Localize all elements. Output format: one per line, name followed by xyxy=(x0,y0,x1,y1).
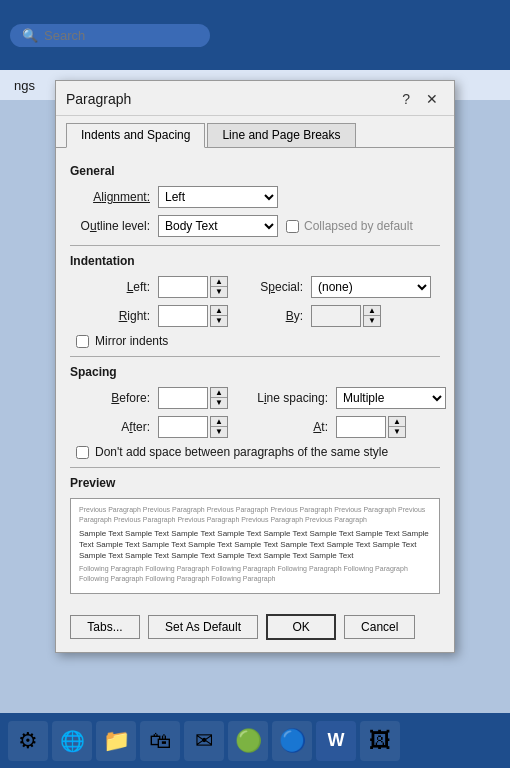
spacing-section-label: Spacing xyxy=(70,365,440,379)
spacing-before-after: Before: 0 pt ▲ ▼ After: 8 xyxy=(70,387,228,445)
after-spinner: 8 pt ▲ ▼ xyxy=(158,416,228,438)
before-up-btn[interactable]: ▲ xyxy=(211,388,227,398)
at-spinner: 1.08 ▲ ▼ xyxy=(336,416,406,438)
right-label: Right: xyxy=(70,309,150,323)
preview-following-paragraph: Following Paragraph Following Paragraph … xyxy=(79,564,431,584)
settings-icon[interactable]: ⚙ xyxy=(8,721,48,761)
dont-add-label: Don't add space between paragraphs of th… xyxy=(95,445,388,459)
dialog-tabs: Indents and Spacing Line and Page Breaks xyxy=(56,116,454,148)
collapsed-label: Collapsed by default xyxy=(304,219,413,233)
right-spinner: 0" ▲ ▼ xyxy=(158,305,228,327)
left-label: Left: xyxy=(70,280,150,294)
line-spacing-row: Line spacing: Single 1.5 lines Double At… xyxy=(248,387,446,409)
before-spinner-btns: ▲ ▼ xyxy=(210,387,228,409)
ok-button[interactable]: OK xyxy=(266,614,336,640)
after-input[interactable]: 8 pt xyxy=(158,416,208,438)
cortana-icon[interactable]: 🔵 xyxy=(272,721,312,761)
right-down-btn[interactable]: ▼ xyxy=(211,316,227,326)
by-input[interactable] xyxy=(311,305,361,327)
before-label: Before: xyxy=(70,391,150,405)
dialog-controls: ? ✕ xyxy=(396,89,444,109)
by-spinner-btns: ▲ ▼ xyxy=(363,305,381,327)
line-spacing-select[interactable]: Single 1.5 lines Double At least Exactly… xyxy=(336,387,446,409)
at-row: At: 1.08 ▲ ▼ xyxy=(248,416,446,438)
chrome-icon[interactable]: 🟢 xyxy=(228,721,268,761)
mirror-checkbox[interactable] xyxy=(76,335,89,348)
indentation-section-label: Indentation xyxy=(70,254,440,268)
set-as-default-button[interactable]: Set As Default xyxy=(148,615,258,639)
indentation-cols: Left: 0" ▲ ▼ Right: 0" xyxy=(70,276,440,334)
word-icon[interactable]: W xyxy=(316,721,356,761)
special-row: Special: (none) First line Hanging xyxy=(248,276,431,298)
mirror-label: Mirror indents xyxy=(95,334,168,348)
outline-level-row: Outline level: Body Text Level 1 Level 2… xyxy=(70,215,440,237)
dialog-titlebar: Paragraph ? ✕ xyxy=(56,81,454,116)
outline-label: Outline level: xyxy=(70,219,150,233)
collapsed-checkbox[interactable] xyxy=(286,220,299,233)
before-row: Before: 0 pt ▲ ▼ xyxy=(70,387,228,409)
right-row: Right: 0" ▲ ▼ xyxy=(70,305,228,327)
cancel-button[interactable]: Cancel xyxy=(344,615,415,639)
outline-select[interactable]: Body Text Level 1 Level 2 Level 3 xyxy=(158,215,278,237)
spacing-cols: Before: 0 pt ▲ ▼ After: 8 xyxy=(70,387,440,445)
indentation-special-by: Special: (none) First line Hanging By: xyxy=(248,276,431,334)
after-spinner-btns: ▲ ▼ xyxy=(210,416,228,438)
dialog-overlay: Paragraph ? ✕ Indents and Spacing Line a… xyxy=(0,70,510,713)
store-icon[interactable]: 🛍 xyxy=(140,721,180,761)
paragraph-dialog: Paragraph ? ✕ Indents and Spacing Line a… xyxy=(55,80,455,653)
by-group: ▲ ▼ xyxy=(311,305,381,327)
after-row: After: 8 pt ▲ ▼ xyxy=(70,416,228,438)
right-input[interactable]: 0" xyxy=(158,305,208,327)
by-up-btn[interactable]: ▲ xyxy=(364,306,380,316)
search-input[interactable] xyxy=(44,28,194,43)
before-spinner: 0 pt ▲ ▼ xyxy=(158,387,228,409)
search-box[interactable]: 🔍 xyxy=(10,24,210,47)
at-spinner-btns: ▲ ▼ xyxy=(388,416,406,438)
tabs-button[interactable]: Tabs... xyxy=(70,615,140,639)
dont-add-checkbox[interactable] xyxy=(76,446,89,459)
at-up-btn[interactable]: ▲ xyxy=(389,417,405,427)
mail-icon[interactable]: ✉ xyxy=(184,721,224,761)
after-down-btn[interactable]: ▼ xyxy=(211,427,227,437)
close-button[interactable]: ✕ xyxy=(420,89,444,109)
at-down-btn[interactable]: ▼ xyxy=(389,427,405,437)
at-label: At: xyxy=(248,420,328,434)
left-down-btn[interactable]: ▼ xyxy=(211,287,227,297)
left-up-btn[interactable]: ▲ xyxy=(211,277,227,287)
help-button[interactable]: ? xyxy=(396,89,416,109)
at-input[interactable]: 1.08 xyxy=(336,416,386,438)
dialog-buttons: Tabs... Set As Default OK Cancel xyxy=(56,606,454,652)
right-spinner-btns: ▲ ▼ xyxy=(210,305,228,327)
preview-section-label: Preview xyxy=(70,476,440,490)
special-select[interactable]: (none) First line Hanging xyxy=(311,276,431,298)
line-spacing-label: Line spacing: xyxy=(248,391,328,405)
by-down-btn[interactable]: ▼ xyxy=(364,316,380,326)
dialog-body: General Alignment: Left Centered Right J… xyxy=(56,148,454,606)
files-icon[interactable]: 📁 xyxy=(96,721,136,761)
taskbar: ⚙ 🌐 📁 🛍 ✉ 🟢 🔵 W 🖼 xyxy=(0,713,510,768)
tab-line-page-breaks[interactable]: Line and Page Breaks xyxy=(207,123,355,148)
after-label: After: xyxy=(70,420,150,434)
edge-icon[interactable]: 🌐 xyxy=(52,721,92,761)
right-up-btn[interactable]: ▲ xyxy=(211,306,227,316)
tab-indents-spacing[interactable]: Indents and Spacing xyxy=(66,123,205,148)
after-up-btn[interactable]: ▲ xyxy=(211,417,227,427)
mirror-row: Mirror indents xyxy=(70,334,440,348)
by-label: By: xyxy=(248,309,303,323)
indentation-left-right: Left: 0" ▲ ▼ Right: 0" xyxy=(70,276,228,334)
preview-prev-paragraph: Previous Paragraph Previous Paragraph Pr… xyxy=(79,505,431,525)
dialog-title: Paragraph xyxy=(66,91,131,107)
alignment-select[interactable]: Left Centered Right Justified xyxy=(158,186,278,208)
search-icon: 🔍 xyxy=(22,28,38,43)
spacing-line-at: Line spacing: Single 1.5 lines Double At… xyxy=(248,387,446,445)
before-input[interactable]: 0 pt xyxy=(158,387,208,409)
photos-icon[interactable]: 🖼 xyxy=(360,721,400,761)
left-input[interactable]: 0" xyxy=(158,276,208,298)
left-spinner: 0" ▲ ▼ xyxy=(158,276,228,298)
alignment-row: Alignment: Left Centered Right Justified xyxy=(70,186,440,208)
by-row: By: ▲ ▼ xyxy=(248,305,431,327)
before-down-btn[interactable]: ▼ xyxy=(211,398,227,408)
preview-section: Preview Previous Paragraph Previous Para… xyxy=(70,476,440,594)
preview-sample-text: Sample Text Sample Text Sample Text Samp… xyxy=(79,528,431,562)
special-label: Special: xyxy=(248,280,303,294)
